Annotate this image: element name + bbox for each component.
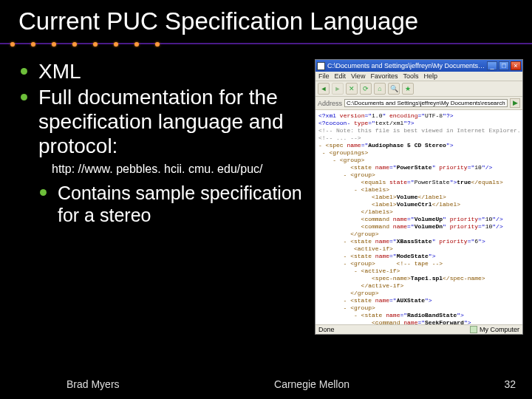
search-button[interactable]: 🔍 [388,83,400,95]
address-label: Address [318,100,342,107]
sub-bullet-sample: Contains sample specification for a ster… [40,182,310,226]
footer-page: 32 [504,378,520,390]
menu-edit[interactable]: Edit [335,72,347,80]
close-button[interactable]: × [511,61,521,70]
slide-footer: Brad Myers Carnegie Mellon 32 [0,378,532,390]
menu-help[interactable]: Help [423,72,437,80]
address-bar: Address ▶ [316,97,522,110]
footer-affiliation: Carnegie Mellon [274,378,349,390]
stop-button[interactable]: ✕ [346,83,358,95]
xml-content: <?xml version="1.0" encoding="UTF-8"?> <… [318,112,519,324]
menu-bar: File Edit View Favorites Tools Help [316,72,522,81]
window-title: C:\Documents and Settings\jeffreyn\My Do… [327,62,485,69]
bullet-xml: XML [21,59,310,83]
back-button[interactable]: ◄ [318,83,330,95]
spec-url: http: //www. pebbles. hcii. cmu. edu/puc… [52,163,310,176]
xml-document-pane[interactable]: <?xml version="1.0" encoding="UTF-8"?> <… [316,110,522,324]
go-button[interactable]: ▶ [510,98,520,108]
slide-title: Current PUC Specification Language [0,0,532,38]
screenshot-column: C:\Documents and Settings\jeffreyn\My Do… [315,59,523,335]
forward-button[interactable]: ► [332,83,344,95]
menu-view[interactable]: View [351,72,365,80]
menu-favorites[interactable]: Favorites [370,72,398,80]
my-computer-icon [470,326,477,333]
ie-window: C:\Documents and Settings\jeffreyn\My Do… [315,59,523,335]
menu-tools[interactable]: Tools [403,72,418,80]
status-zone-label: My Computer [480,326,519,333]
status-done: Done [318,326,335,333]
slide-divider [0,43,532,53]
status-zone: My Computer [470,326,519,333]
toolbar: ◄ ► ✕ ⟳ ⌂ 🔍 ★ [316,81,522,97]
refresh-button[interactable]: ⟳ [360,83,372,95]
bullet-doc: Full documentation for the specification… [21,85,310,158]
app-icon [317,62,325,70]
home-button[interactable]: ⌂ [374,83,386,95]
window-titlebar[interactable]: C:\Documents and Settings\jeffreyn\My Do… [316,60,522,72]
footer-author: Brad Myers [66,378,120,390]
favorites-button[interactable]: ★ [402,83,414,95]
slide-body: XML Full documentation for the specifica… [0,59,532,335]
address-input[interactable] [344,99,508,107]
maximize-button[interactable]: □ [499,61,509,70]
status-bar: Done My Computer [316,324,522,334]
slide-text-column: XML Full documentation for the specifica… [7,59,315,335]
minimize-button[interactable]: _ [487,61,497,70]
slide-root: Current PUC Specification Language XML F… [0,0,532,399]
menu-file[interactable]: File [318,72,330,80]
